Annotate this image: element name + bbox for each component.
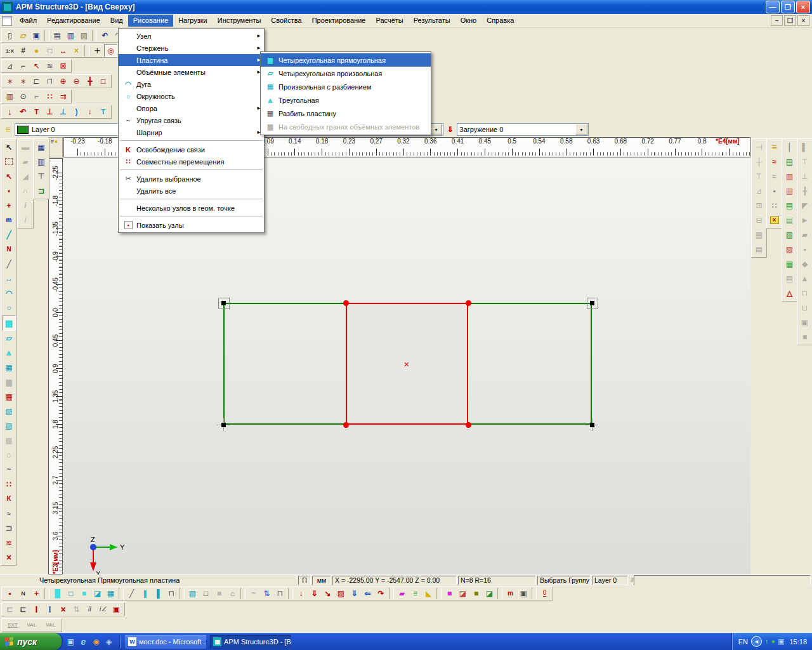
support-dot-icon[interactable]: ▪ xyxy=(798,242,811,256)
fill-olive-icon[interactable]: ■ xyxy=(469,587,483,600)
zoom-out-icon[interactable]: ⊖ xyxy=(70,75,83,88)
node-mass-icon[interactable]: m xyxy=(3,213,16,227)
section-flat-icon[interactable]: ⊟ xyxy=(752,213,766,227)
mdi-close-button[interactable]: × xyxy=(797,15,809,26)
submenu-item-split-plate[interactable]: ▦ Разбить пластину xyxy=(261,107,431,120)
load-force-icon[interactable]: ↓ xyxy=(3,105,16,118)
menu-item-release[interactable]: K Освобождение связи xyxy=(119,143,264,156)
snap-target-icon[interactable]: ◎ xyxy=(104,44,117,57)
plate-node[interactable] xyxy=(343,300,349,306)
menu-item-rod[interactable]: Стержень ► xyxy=(119,42,264,54)
load-arc-icon[interactable]: ) xyxy=(70,105,83,118)
undo-icon[interactable]: ↶ xyxy=(98,29,112,42)
submenu-item-quad-arbitrary[interactable]: ▱ Четырехугольная произвольная xyxy=(261,67,431,80)
fill-magenta-icon[interactable]: ■ xyxy=(443,587,456,600)
menu-draw[interactable]: Рисование xyxy=(128,15,173,27)
support-solid-icon[interactable]: ■ xyxy=(798,329,811,344)
mirror-icon[interactable]: ▥ xyxy=(3,90,16,103)
spring2-icon[interactable]: ≈ xyxy=(3,506,16,521)
select-box-icon[interactable] xyxy=(3,154,16,169)
move-group-icon[interactable]: ⇉ xyxy=(56,90,70,103)
menu-edit[interactable]: Редактирование xyxy=(42,15,105,27)
boxes-add-icon[interactable]: ∷ xyxy=(768,198,781,213)
mdi-minimize-button[interactable]: – xyxy=(771,15,783,26)
moment-icon[interactable]: ↷ xyxy=(374,587,388,600)
solid-stress-3-icon[interactable]: ▥ xyxy=(783,183,796,198)
menu-item-solids[interactable]: Объёмные элементы ► xyxy=(119,66,264,78)
rotate-ccw-icon[interactable]: ⊓ xyxy=(43,75,56,88)
internet-explorer-icon[interactable]: e xyxy=(78,636,89,647)
probe-icon[interactable]: ◌ xyxy=(3,448,16,462)
solid-stress-4-icon[interactable]: ▤ xyxy=(783,198,796,213)
beam-corner-icon[interactable]: ⌐ xyxy=(16,60,30,72)
support-bar-icon[interactable]: ▰ xyxy=(798,227,811,242)
plate-poly-icon[interactable]: ▱ xyxy=(3,331,16,345)
zigzag-icon[interactable]: ≋ xyxy=(3,535,16,550)
support-ramp-icon[interactable]: ◢ xyxy=(19,169,32,183)
menu-properties[interactable]: Свойства xyxy=(266,15,306,27)
section-mesh-icon[interactable]: ▦ xyxy=(752,227,766,242)
submenu-item-free-faces[interactable]: ▆ На свободных гранях объёмных элементов xyxy=(261,120,431,133)
corner-node[interactable] xyxy=(221,301,226,305)
solid-stress-5-icon[interactable]: ▤ xyxy=(783,213,796,227)
load-undo-icon[interactable]: ↶ xyxy=(16,105,30,118)
submenu-item-quad-rect[interactable]: ▆ Четырехугольная прямоугольная xyxy=(261,53,431,67)
node-select-icon[interactable]: ▪ xyxy=(3,183,16,198)
measure-icon[interactable]: ↔ xyxy=(56,44,70,57)
plate-normal-icon[interactable]: ◪ xyxy=(483,587,496,600)
plates-magenta-icon[interactable]: ▰ xyxy=(395,587,409,600)
layers-edit-icon[interactable]: ≡ xyxy=(768,140,781,154)
crosshair-icon[interactable]: + xyxy=(91,44,104,57)
maximize-button[interactable]: ❐ xyxy=(781,1,795,13)
arrows-gray-icon[interactable]: ⇅ xyxy=(70,603,83,616)
menu-item-delete-selected[interactable]: ✂ Удалить выбранное xyxy=(119,173,264,185)
menu-item-plate[interactable]: Пластина ► xyxy=(119,54,264,66)
joint-move-icon[interactable]: ∷ xyxy=(3,477,16,491)
load-solid-icon[interactable]: ⇓ xyxy=(348,587,361,600)
load-beam-icon[interactable]: ⊥ xyxy=(56,105,70,118)
rod-parallel-icon[interactable]: ∥ xyxy=(138,587,152,600)
move-node-y-icon[interactable]: ∗ xyxy=(16,75,30,88)
section-plus-icon[interactable]: ┼ xyxy=(752,154,766,169)
submenu-item-triangle[interactable]: ▲ Треугольная xyxy=(261,93,431,107)
solid-stress-8-icon[interactable]: ▦ xyxy=(783,256,796,271)
menu-item-spring[interactable]: ~ Упругая связь xyxy=(119,114,264,126)
spring-select-icon[interactable]: ~ xyxy=(3,462,16,477)
frame-icon[interactable]: ⊓ xyxy=(165,587,178,600)
menu-calculations[interactable]: Расчёты xyxy=(370,15,408,27)
menu-loads[interactable]: Нагрузки xyxy=(173,15,213,27)
plate-triangle-icon[interactable]: ▲ xyxy=(3,345,16,360)
solid-gray-icon[interactable]: ▩ xyxy=(3,433,16,448)
desktop-icon[interactable]: ▣ xyxy=(65,636,76,647)
mesh-blue-icon[interactable]: ▦ xyxy=(35,140,48,154)
menu-item-hinge[interactable]: Шарнир ► xyxy=(119,126,264,138)
layer-select-dropdown[interactable]: ▼ xyxy=(430,124,442,135)
plate-flip-icon[interactable]: ◪ xyxy=(456,587,469,600)
rotate-view-icon[interactable]: ⊙ xyxy=(16,90,30,103)
menu-item-joint-displacement[interactable]: ∷ Совместные перемещения xyxy=(119,156,264,168)
solid-gray2-icon[interactable]: ■ xyxy=(213,587,226,600)
spring-gray-icon[interactable]: ~ xyxy=(247,587,260,600)
cube-node-icon[interactable]: ▣ xyxy=(517,587,530,600)
sections-stack-icon[interactable]: ▣ xyxy=(110,603,123,616)
spring-dof-icon[interactable]: ⇅ xyxy=(260,587,273,600)
support-diamond-icon[interactable]: ◆ xyxy=(798,256,811,271)
plate-box-icon[interactable]: □ xyxy=(64,587,77,600)
plate-gray-icon[interactable]: ▆ xyxy=(3,375,16,389)
plate-mesh-icon[interactable]: ▦ xyxy=(3,360,16,375)
solid-outline-icon[interactable]: □ xyxy=(199,587,213,600)
solid-stress-2-icon[interactable]: ▥ xyxy=(783,169,796,183)
plates-stack2-icon[interactable]: ≡ xyxy=(409,587,422,600)
break-link-icon[interactable]: × xyxy=(70,44,83,57)
plate-node[interactable] xyxy=(466,422,471,428)
support-arch-icon[interactable]: ∩ xyxy=(19,183,32,198)
rod-icon[interactable]: ╱ xyxy=(125,587,138,600)
menu-results[interactable]: Результаты xyxy=(409,15,455,27)
load-cut-icon[interactable]: ↓ xyxy=(83,105,96,118)
palette-icon[interactable]: ● xyxy=(30,44,43,57)
load-node-icon[interactable]: ↓ xyxy=(294,587,308,600)
plate-box-filled-icon[interactable]: ■ xyxy=(77,587,91,600)
plates-stack-icon[interactable]: ≋ xyxy=(43,60,56,72)
plate-rect-icon[interactable]: ▆ xyxy=(3,315,16,331)
plates-yellow-icon[interactable]: ◣ xyxy=(422,587,435,600)
